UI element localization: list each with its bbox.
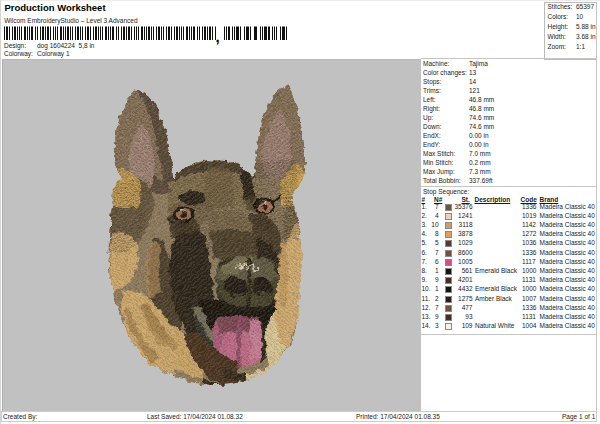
svg-text:,: , xyxy=(216,28,220,45)
